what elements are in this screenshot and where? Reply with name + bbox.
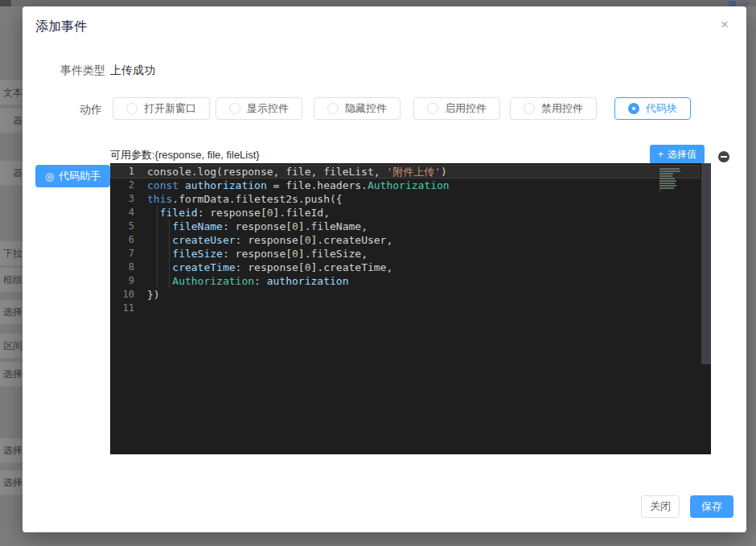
code-assistant-button[interactable]: ◎ 代码助手	[35, 165, 110, 187]
background-topbar: 式	[0, 0, 756, 6]
radio-icon	[628, 103, 639, 114]
minimap-line	[659, 187, 674, 189]
close-button[interactable]: 关闭	[641, 495, 680, 518]
line-number: 1	[110, 165, 134, 179]
remove-block-icon[interactable]	[718, 151, 729, 162]
code-line-7[interactable]: 7 fileSize: response[0].fileSize,	[110, 247, 711, 261]
code-token: : response[	[223, 248, 292, 260]
line-number: 3	[110, 192, 134, 206]
background-component-item: 选择	[0, 362, 23, 387]
action-option-3[interactable]: 隐藏控件	[314, 97, 401, 120]
minimap-line	[659, 178, 675, 179]
code-token: Authorization	[368, 179, 450, 191]
code-token: = file.headers.	[267, 179, 368, 191]
plus-icon: +	[658, 149, 664, 160]
code-line-9[interactable]: 9 Authorization: authorization	[110, 274, 711, 288]
action-option-label: 显示控件	[247, 101, 289, 116]
background-mode-icon	[729, 1, 736, 6]
add-event-dialog: 添加事件 × 事件类型 上传成功 动作 打开新窗口显示控件隐藏控件启用控件禁用控…	[23, 6, 746, 532]
code-line-3[interactable]: 3this.formData.filetest2s.push({	[110, 192, 711, 206]
code-token: createUser	[172, 234, 235, 246]
minimap-line	[659, 180, 676, 182]
dialog-title: 添加事件	[35, 18, 87, 35]
code-token: : response[	[236, 261, 305, 273]
line-number: 7	[110, 247, 134, 261]
background-component-item: 下拉	[0, 241, 23, 266]
code-token: ].fileSize,	[298, 248, 368, 260]
code-token: ].fileId,	[273, 207, 330, 219]
background-component-item: 选择	[0, 470, 23, 495]
minimap-line	[659, 183, 675, 184]
code-token: 0	[292, 220, 298, 232]
code-token: createTime	[172, 261, 235, 273]
background-mode-label: 式	[740, 0, 750, 6]
action-option-4[interactable]: 启用控件	[413, 97, 500, 120]
minimap-line	[659, 173, 673, 174]
background-component-item: 区间	[0, 334, 23, 359]
select-value-label: 选择值	[668, 148, 696, 162]
action-option-2[interactable]: 显示控件	[216, 97, 302, 120]
editor-scrollbar[interactable]	[701, 163, 711, 364]
code-token: const	[147, 179, 185, 191]
code-token: Authorization	[172, 275, 254, 287]
line-number: 10	[110, 288, 134, 302]
code-token: : response[	[223, 220, 292, 232]
background-component-item: 选择	[0, 438, 23, 463]
line-number: 2	[110, 179, 134, 192]
code-token: .formData.filetest2s.push({	[172, 193, 342, 205]
close-icon[interactable]: ×	[721, 18, 729, 31]
action-option-label: 隐藏控件	[345, 101, 387, 116]
radio-icon	[427, 103, 438, 114]
action-label: 动作	[80, 103, 102, 117]
code-token: this	[147, 193, 172, 205]
background-component-item: 框组	[0, 268, 23, 293]
code-line-1[interactable]: 1console.log(response, file, fileList, '…	[110, 165, 700, 179]
code-lines: 1console.log(response, file, fileList, '…	[110, 165, 711, 315]
background-topbar-fragment: 式	[729, 0, 750, 6]
event-type-label: 事件类型	[60, 64, 105, 78]
code-line-6[interactable]: 6 createUser: response[0].createUser,	[110, 233, 711, 247]
action-option-6[interactable]: 代码块	[614, 97, 691, 120]
line-number: 6	[110, 233, 134, 247]
code-editor[interactable]: 1console.log(response, file, fileList, '…	[110, 163, 711, 454]
code-token: :	[254, 275, 267, 287]
action-option-1[interactable]: 打开新窗口	[113, 97, 210, 120]
code-token: '附件上传'	[386, 166, 441, 178]
screen: 式 文本器器下拉框组选择区间选择选择选择 添加事件 × 事件类型 上传成功 动作…	[0, 0, 756, 546]
assistant-icon: ◎	[45, 170, 54, 183]
action-option-label: 打开新窗口	[144, 101, 196, 116]
minimap-line	[659, 175, 672, 177]
code-token: 0	[305, 234, 311, 246]
action-option-5[interactable]: 禁用控件	[510, 97, 597, 120]
minimap-line	[659, 185, 676, 187]
code-token	[147, 207, 160, 219]
code-token: fileName	[172, 220, 223, 232]
code-line-10[interactable]: 10})	[110, 288, 711, 302]
background-component-item: 选择	[0, 300, 23, 325]
code-line-11[interactable]: 11	[110, 302, 711, 315]
code-token: 0	[292, 248, 298, 260]
code-line-8[interactable]: 8 createTime: response[0].createTime,	[110, 261, 711, 274]
code-token: 0	[305, 261, 311, 273]
line-number: 9	[110, 274, 134, 288]
line-number: 4	[110, 206, 134, 220]
code-line-4[interactable]: 4 fileid: response[0].fileId,	[110, 206, 711, 220]
assistant-label: 代码助手	[59, 169, 101, 183]
indent-guide	[169, 220, 170, 288]
radio-icon	[327, 103, 339, 114]
background-component-item: 器	[0, 161, 23, 186]
select-value-button[interactable]: + 选择值	[650, 145, 705, 164]
code-line-2[interactable]: 2const authorization = file.headers.Auth…	[110, 179, 711, 192]
code-token: fileid	[160, 207, 198, 219]
minimap-line	[659, 190, 660, 191]
code-token: ].createTime,	[311, 261, 393, 273]
save-button[interactable]: 保存	[690, 495, 733, 518]
code-line-5[interactable]: 5 fileName: response[0].fileName,	[110, 220, 711, 233]
background-component-item: 文本	[0, 80, 23, 105]
background-logo-corner	[0, 0, 11, 6]
line-number: 5	[110, 220, 134, 233]
action-option-label: 启用控件	[445, 101, 487, 116]
minimap	[659, 168, 688, 195]
line-number: 8	[110, 261, 134, 274]
code-token: authorization	[267, 275, 349, 287]
